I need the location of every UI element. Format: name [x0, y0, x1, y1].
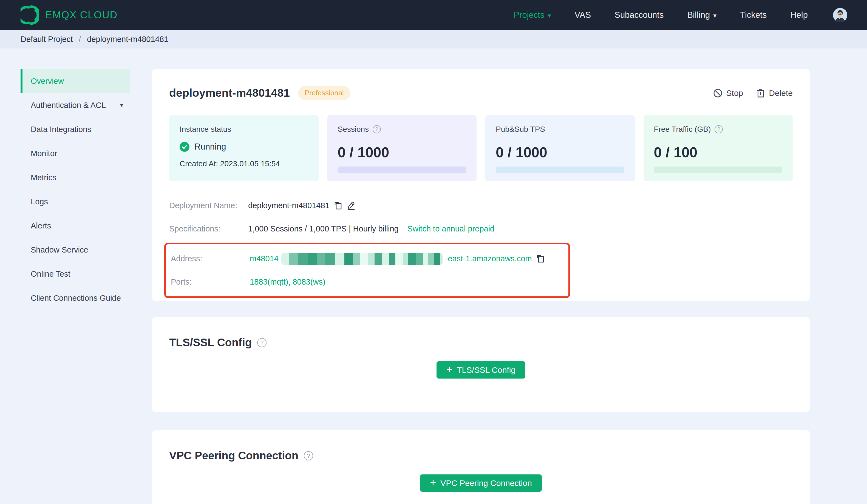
add-vpc-peering-connection-button[interactable]: + VPC Peering Connection: [420, 474, 542, 492]
ports-row: Ports: 1883(mqtt), 8083(ws): [171, 270, 568, 294]
sidebar-item-monitor[interactable]: Monitor: [21, 141, 130, 165]
stat-label: Instance status: [180, 125, 231, 134]
address-suffix: -east-1.amazonaws.com: [445, 254, 532, 263]
stat-label: Pub&Sub TPS: [496, 125, 545, 134]
content: Overview Authentication & ACL ▾ Data Int…: [0, 48, 867, 504]
stat-value: 0 / 1000: [496, 144, 624, 161]
help-icon[interactable]: ?: [373, 125, 381, 133]
stat-value: 0 / 1000: [338, 144, 467, 161]
deployment-name-label: Deployment Name:: [169, 201, 248, 210]
pencil-icon: [346, 201, 355, 210]
sidebar-item-metrics[interactable]: Metrics: [21, 165, 130, 189]
address-prefix: m48014: [250, 254, 279, 263]
stat-card-free-traffic: Free Traffic (GB) ? 0 / 100: [643, 115, 793, 181]
deployment-header: deployment-m4801481 Professional Stop: [169, 86, 793, 100]
nav-item-help[interactable]: Help: [790, 10, 808, 20]
top-navbar: EMQX CLOUD Projects ▾ VAS Subaccounts Bi…: [0, 0, 867, 30]
help-icon[interactable]: ?: [715, 125, 723, 133]
sidebar-item-online-test[interactable]: Online Test: [21, 262, 130, 286]
sidebar: Overview Authentication & ACL ▾ Data Int…: [0, 69, 152, 504]
sidebar-item-logs[interactable]: Logs: [21, 189, 130, 213]
nav-item-projects[interactable]: Projects ▾: [514, 10, 551, 20]
edit-deployment-name-button[interactable]: [346, 201, 355, 210]
sessions-progress-bar: [338, 166, 467, 173]
stat-card-pubsub-tps: Pub&Sub TPS 0 / 1000: [485, 115, 635, 181]
deployment-overview-card: deployment-m4801481 Professional Stop: [152, 69, 810, 301]
deployment-title: deployment-m4801481: [169, 87, 290, 99]
help-icon[interactable]: ?: [304, 451, 313, 460]
address-row: Address: m48014 -east-1.amazonaws.com: [171, 247, 568, 270]
vpc-section-title: VPC Peering Connection: [169, 449, 298, 462]
copy-icon: [334, 201, 342, 210]
vpc-peering-section-card: VPC Peering Connection ? + VPC Peering C…: [152, 430, 810, 504]
sidebar-item-client-connections-guide[interactable]: Client Connections Guide: [21, 286, 130, 310]
tls-section-title: TLS/SSL Config: [169, 336, 252, 349]
nav-item-billing[interactable]: Billing ▾: [687, 10, 716, 20]
stat-label: Free Traffic (GB): [654, 125, 711, 134]
ports-value: 1883(mqtt), 8083(ws): [250, 277, 325, 286]
delete-button[interactable]: Delete: [756, 88, 793, 98]
sidebar-item-authentication-acl[interactable]: Authentication & ACL ▾: [21, 93, 130, 117]
specifications-label: Specifications:: [169, 224, 248, 233]
plan-badge: Professional: [298, 86, 351, 100]
add-tls-ssl-config-button[interactable]: + TLS/SSL Config: [437, 361, 525, 379]
stats-row: Instance status Running Created At: 2023…: [169, 115, 793, 181]
tps-progress-bar: [496, 166, 624, 173]
status-indicator: Running: [180, 142, 308, 152]
deployment-name-row: Deployment Name: deployment-m4801481: [169, 194, 793, 217]
address-label: Address:: [171, 254, 250, 263]
stat-card-sessions: Sessions ? 0 / 1000: [328, 115, 477, 181]
check-circle-icon: [180, 142, 190, 152]
help-icon[interactable]: ?: [257, 338, 267, 347]
specifications-row: Specifications: 1,000 Sessions / 1,000 T…: [169, 217, 793, 241]
status-text: Running: [194, 142, 226, 152]
sidebar-item-data-integrations[interactable]: Data Integrations: [21, 117, 130, 141]
user-avatar[interactable]: [833, 8, 847, 22]
stop-icon: [713, 88, 722, 98]
specifications-value: 1,000 Sessions / 1,000 TPS | Hourly bill…: [248, 224, 399, 233]
copy-deployment-name-button[interactable]: [334, 201, 342, 210]
chevron-down-icon: ▾: [548, 12, 551, 19]
redacted-address-segment: [281, 253, 442, 265]
nav-item-tickets[interactable]: Tickets: [740, 10, 767, 20]
breadcrumb-current: deployment-m4801481: [87, 35, 168, 44]
created-at-text: Created At: 2023.01.05 15:54: [180, 160, 308, 168]
sidebar-item-shadow-service[interactable]: Shadow Service: [21, 238, 130, 262]
sidebar-item-overview[interactable]: Overview: [21, 69, 130, 93]
avatar-illustration-icon: [833, 8, 847, 22]
copy-address-button[interactable]: [536, 254, 545, 263]
chevron-down-icon: ▾: [120, 102, 123, 109]
annotation-highlight-box: Address: m48014 -east-1.amazonaws.com: [164, 243, 570, 298]
nav-item-vas[interactable]: VAS: [575, 10, 591, 20]
deployment-details: Deployment Name: deployment-m4801481: [169, 194, 793, 298]
stat-card-instance-status: Instance status Running Created At: 2023…: [169, 115, 319, 181]
breadcrumb-separator: /: [79, 35, 81, 44]
plus-icon: +: [430, 478, 436, 488]
emqx-logo-icon: [21, 5, 39, 25]
stop-button[interactable]: Stop: [713, 88, 743, 98]
stat-value: 0 / 100: [654, 144, 783, 161]
brand[interactable]: EMQX CLOUD: [21, 5, 118, 25]
brand-name: EMQX CLOUD: [45, 9, 118, 21]
deployment-name-value: deployment-m4801481: [248, 201, 330, 210]
chevron-down-icon: ▾: [713, 12, 716, 19]
deployment-actions: Stop Delete: [713, 88, 793, 98]
page: EMQX CLOUD Projects ▾ VAS Subaccounts Bi…: [0, 0, 867, 504]
trash-icon: [756, 88, 765, 98]
tls-ssl-section-card: TLS/SSL Config ? + TLS/SSL Config: [152, 317, 810, 412]
breadcrumb: Default Project / deployment-m4801481: [0, 30, 867, 48]
plus-icon: +: [446, 364, 452, 375]
stat-label: Sessions: [338, 125, 369, 134]
ports-label: Ports:: [171, 277, 250, 286]
main-panel: deployment-m4801481 Professional Stop: [152, 69, 810, 504]
nav-menu: Projects ▾ VAS Subaccounts Billing ▾ Tic…: [514, 8, 847, 22]
traffic-progress-bar: [654, 166, 783, 173]
nav-item-subaccounts[interactable]: Subaccounts: [614, 10, 664, 20]
sidebar-item-alerts[interactable]: Alerts: [21, 213, 130, 238]
switch-annual-prepaid-link[interactable]: Switch to annual prepaid: [407, 224, 495, 233]
breadcrumb-project[interactable]: Default Project: [21, 35, 73, 44]
copy-icon: [536, 254, 545, 263]
